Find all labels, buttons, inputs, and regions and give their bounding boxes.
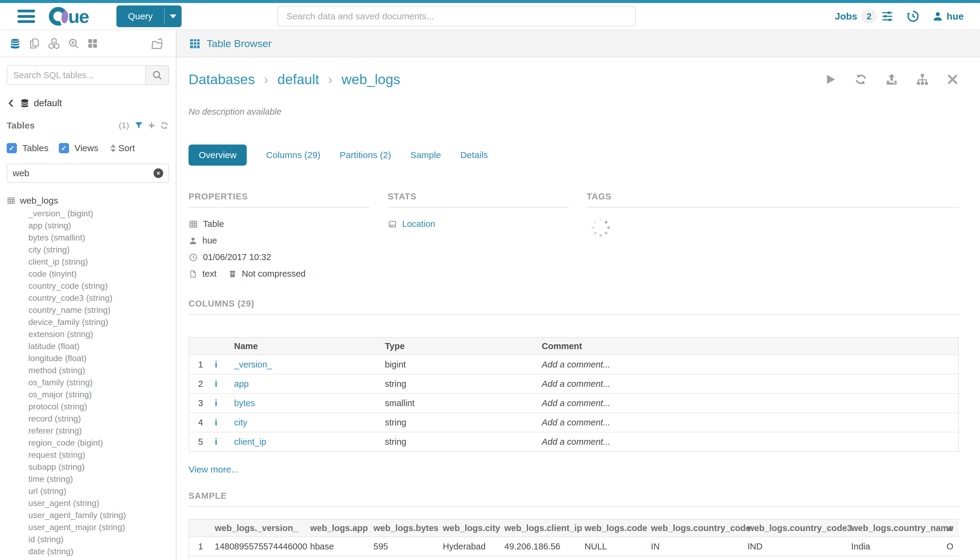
column-name-link[interactable]: client_ip xyxy=(234,437,266,447)
sidebar-column-item[interactable]: longitude (float) xyxy=(7,352,169,365)
sidebar-column-item[interactable]: subapp (string) xyxy=(7,461,169,473)
sidebar-column-item[interactable]: request (string) xyxy=(7,449,169,461)
tab-overview[interactable]: Overview xyxy=(188,145,247,166)
sort-control[interactable]: Sort xyxy=(110,143,135,153)
history-icon[interactable] xyxy=(906,9,920,23)
sidebar-column-item[interactable]: region_code (bigint) xyxy=(7,437,169,449)
sidebar-column-item[interactable]: referer (string) xyxy=(7,425,169,437)
close-icon[interactable] xyxy=(946,73,959,86)
app-header: Table Browser xyxy=(176,30,980,57)
column-comment[interactable]: Add a comment... xyxy=(537,432,958,452)
current-database-label[interactable]: default xyxy=(34,98,62,108)
info-icon[interactable] xyxy=(215,359,217,369)
hue-logo[interactable]: ue xyxy=(49,6,89,27)
tab-sample[interactable]: Sample xyxy=(410,150,441,160)
sidebar-column-item[interactable]: method (string) xyxy=(7,365,169,377)
sample-cell: 831 xyxy=(369,556,439,560)
sample-cell: India xyxy=(847,556,942,560)
filter-icon[interactable] xyxy=(134,121,143,130)
info-icon[interactable] xyxy=(215,437,217,447)
sample-table-scroll-area[interactable]: web_logs._version_ web_logs.app web_logs… xyxy=(188,519,959,560)
assist-documents-icon[interactable] xyxy=(28,37,40,50)
assist-zoom-icon[interactable] xyxy=(68,37,80,50)
global-search-input[interactable] xyxy=(278,6,636,27)
tab-details[interactable]: Details xyxy=(460,150,488,160)
sidebar-column-item[interactable]: os_family (string) xyxy=(7,377,169,388)
refresh-icon[interactable] xyxy=(854,72,868,86)
info-icon[interactable] xyxy=(215,398,217,408)
tab-columns[interactable]: Columns (29) xyxy=(266,150,320,160)
sidebar-column-item[interactable]: city (string) xyxy=(7,244,169,256)
stats-location-link[interactable]: Location xyxy=(402,219,435,229)
jobs-count-badge: 2 xyxy=(862,9,877,24)
breadcrumb-database[interactable]: default xyxy=(278,71,319,88)
row-number: 1 xyxy=(189,355,211,374)
sidebar-column-item[interactable]: time (string) xyxy=(7,473,169,485)
sidebar-column-item[interactable]: latitude (float) xyxy=(7,340,169,352)
sort-icon xyxy=(110,144,116,152)
view-more-link[interactable]: View more... xyxy=(188,464,239,474)
info-icon[interactable] xyxy=(215,417,217,427)
add-icon[interactable]: + xyxy=(148,120,155,131)
assist-database-icon[interactable] xyxy=(9,37,21,50)
table-filter-box xyxy=(7,163,169,183)
sidebar-column-item[interactable]: id (string) xyxy=(7,533,169,545)
sidebar-column-item[interactable]: country_name (string) xyxy=(7,304,169,316)
sidebar-column-item[interactable]: user_agent_family (string) xyxy=(7,509,169,522)
clear-icon[interactable] xyxy=(153,168,163,178)
sidebar-column-item[interactable]: user_agent_major (string) xyxy=(7,522,169,533)
column-type: string xyxy=(381,374,537,393)
column-type: smallint xyxy=(381,393,537,413)
refresh-icon[interactable] xyxy=(160,121,169,130)
sidebar-column-item[interactable]: user_agent (string) xyxy=(7,497,169,509)
sidebar-column-item[interactable]: date (string) xyxy=(7,545,169,558)
sitemap-icon[interactable] xyxy=(915,72,929,86)
column-name-link[interactable]: _version_ xyxy=(234,360,272,369)
sidebar-column-item[interactable]: app (string) xyxy=(7,220,169,232)
search-icon[interactable] xyxy=(145,66,169,85)
sidebar-column-item[interactable]: client_ip (string) xyxy=(7,256,169,268)
query-button[interactable]: Query xyxy=(116,5,181,27)
sidebar-column-item[interactable]: record (string) xyxy=(7,413,169,425)
upload-icon[interactable] xyxy=(885,72,898,86)
breadcrumb-databases[interactable]: Databases xyxy=(188,71,255,88)
row-number: 2 xyxy=(189,556,211,560)
info-icon[interactable] xyxy=(215,379,217,388)
user-menu[interactable]: hue xyxy=(932,10,964,22)
sidebar-column-item[interactable]: extension (string) xyxy=(7,328,169,340)
sidebar-column-item[interactable]: code (tinyint) xyxy=(7,268,169,280)
tables-checkbox[interactable] xyxy=(7,143,17,153)
table-filter-input[interactable] xyxy=(13,168,153,178)
views-checkbox[interactable] xyxy=(59,143,69,153)
sample-cell: 49.206.186.56 xyxy=(500,556,580,560)
column-comment[interactable]: Add a comment... xyxy=(537,393,958,413)
jobs-link[interactable]: Jobs 2 xyxy=(835,9,894,24)
column-name-link[interactable]: app xyxy=(234,379,248,388)
table-list-item-web-logs[interactable]: web_logs xyxy=(7,194,169,208)
breadcrumb-table[interactable]: web_logs xyxy=(341,71,400,88)
sidebar-column-item[interactable]: _version_ (bigint) xyxy=(7,208,169,220)
query-caret-icon[interactable] xyxy=(165,5,181,27)
sql-search-input[interactable] xyxy=(7,66,145,85)
columns-section-title: COLUMNS (29) xyxy=(188,299,959,309)
sidebar-column-item[interactable]: url (string) xyxy=(7,485,169,497)
assist-apps-icon[interactable] xyxy=(87,38,98,49)
sidebar-column-item[interactable]: protocol (string) xyxy=(7,401,169,413)
tab-partitions[interactable]: Partitions (2) xyxy=(339,150,391,160)
assist-import-icon[interactable] xyxy=(151,37,164,50)
hamburger-icon[interactable] xyxy=(18,10,35,23)
sidebar-column-item[interactable]: device_family (string) xyxy=(7,316,169,328)
sidebar-column-item[interactable]: country_code (string) xyxy=(7,280,169,292)
sidebar-column-item[interactable]: os_major (string) xyxy=(7,388,169,401)
column-name-link[interactable]: city xyxy=(234,418,247,427)
column-comment[interactable]: Add a comment... xyxy=(537,413,958,432)
column-name-link[interactable]: bytes xyxy=(234,398,255,408)
chevron-left-icon[interactable] xyxy=(7,99,16,108)
column-comment[interactable]: Add a comment... xyxy=(537,374,958,393)
sidebar-column-item[interactable]: bytes (smallint) xyxy=(7,232,169,244)
column-comment[interactable]: Add a comment... xyxy=(537,355,958,374)
sidebar-column-item[interactable]: country_code3 (string) xyxy=(7,292,169,304)
jobs-sliders-icon[interactable] xyxy=(881,10,894,23)
assist-functions-icon[interactable] xyxy=(48,37,60,50)
play-icon[interactable] xyxy=(824,73,837,86)
